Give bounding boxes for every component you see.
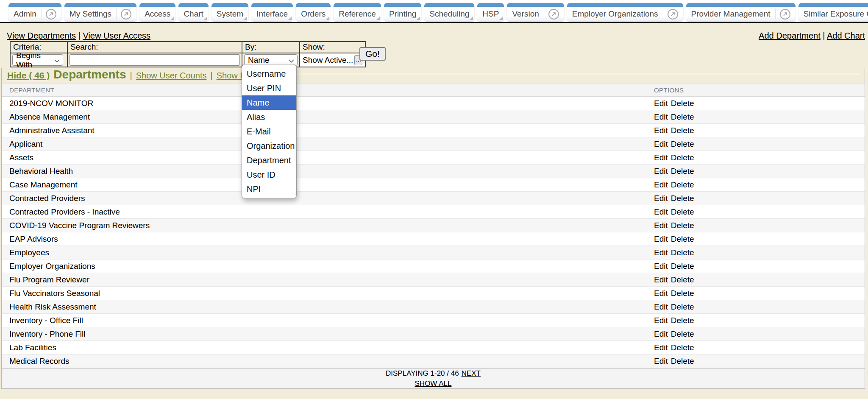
nav-tab-admin[interactable]: Admin xyxy=(8,3,61,21)
external-link-icon[interactable] xyxy=(121,9,131,20)
edit-link[interactable]: Edit xyxy=(654,126,668,135)
row-actions: EditDelete xyxy=(654,153,865,162)
table-row: Medical RecordsEditDelete xyxy=(2,354,865,368)
nav-tab-printing[interactable]: Printing xyxy=(384,3,421,21)
table-row: Employer OrganizationsEditDelete xyxy=(2,259,865,273)
table-row: Administrative AssistantEditDelete xyxy=(2,124,865,137)
nav-tab-label: Employer Organizations xyxy=(572,9,658,19)
nav-tab-hsp[interactable]: HSP xyxy=(477,3,504,21)
edit-link[interactable]: Edit xyxy=(654,343,668,352)
hide-count-link[interactable]: Hide ( 46 ) xyxy=(7,70,50,81)
nav-tab-my-settings[interactable]: My Settings xyxy=(64,3,136,21)
delete-link[interactable]: Delete xyxy=(671,234,694,244)
by-option-e-mail[interactable]: E-Mail xyxy=(242,124,296,139)
table-row: AssetsEditDelete xyxy=(2,151,865,165)
add-department-link[interactable]: Add Department xyxy=(759,31,821,40)
delete-link[interactable]: Delete xyxy=(671,221,694,230)
search-input[interactable] xyxy=(70,54,240,66)
show-active-value[interactable]: Show Active... xyxy=(303,56,353,65)
edit-link[interactable]: Edit xyxy=(654,262,668,271)
edit-link[interactable]: Edit xyxy=(654,248,668,257)
external-link-icon[interactable] xyxy=(548,9,559,20)
nav-tab-scheduling[interactable]: Scheduling xyxy=(424,3,474,21)
tab-accent-bar xyxy=(296,3,331,7)
edit-link[interactable]: Edit xyxy=(654,194,668,203)
external-link-icon[interactable] xyxy=(668,9,678,20)
nav-tab-employer-organizations[interactable]: Employer Organizations xyxy=(567,3,683,21)
delete-link[interactable]: Delete xyxy=(671,153,694,162)
delete-link[interactable]: Delete xyxy=(671,207,694,217)
edit-link[interactable]: Edit xyxy=(654,289,668,298)
edit-link[interactable]: Edit xyxy=(654,357,668,366)
delete-link[interactable]: Delete xyxy=(671,180,694,190)
nav-tab-orders[interactable]: Orders xyxy=(296,3,331,21)
criteria-select-value: Begins With xyxy=(16,51,52,70)
row-actions: EditDelete xyxy=(654,221,865,230)
edit-link[interactable]: Edit xyxy=(654,275,668,285)
edit-link[interactable]: Edit xyxy=(654,234,668,244)
nav-tab-chart[interactable]: Chart xyxy=(178,3,208,21)
delete-link[interactable]: Delete xyxy=(671,194,694,203)
edit-link[interactable]: Edit xyxy=(654,207,668,217)
chevron-down-icon xyxy=(54,56,60,65)
delete-link[interactable]: Delete xyxy=(671,140,694,149)
nav-tab-access[interactable]: Access xyxy=(139,3,175,21)
add-chart-link[interactable]: Add Chart xyxy=(827,31,865,40)
menu-corner-icon xyxy=(204,17,207,20)
edit-link[interactable]: Edit xyxy=(654,167,668,176)
nav-tab-reference[interactable]: Reference xyxy=(334,3,381,21)
criteria-select[interactable]: Begins With xyxy=(12,54,63,66)
delete-link[interactable]: Delete xyxy=(671,343,694,352)
external-link-icon[interactable] xyxy=(46,9,56,20)
nav-tab-system[interactable]: System xyxy=(211,3,248,21)
by-option-department[interactable]: Department xyxy=(242,153,296,167)
delete-link[interactable]: Delete xyxy=(671,248,694,257)
edit-link[interactable]: Edit xyxy=(654,221,668,230)
by-option-user-pin[interactable]: User PIN xyxy=(242,81,296,95)
nav-tab-version[interactable]: Version xyxy=(507,3,564,21)
by-option-username[interactable]: Username xyxy=(242,67,296,81)
by-option-organization[interactable]: Organization xyxy=(242,139,296,153)
delete-link[interactable]: Delete xyxy=(671,275,694,285)
edit-link[interactable]: Edit xyxy=(654,112,668,122)
delete-link[interactable]: Delete xyxy=(671,112,694,122)
edit-link[interactable]: Edit xyxy=(654,329,668,339)
row-actions: EditDelete xyxy=(654,275,865,285)
menu-corner-icon xyxy=(376,17,380,20)
next-page-link[interactable]: NEXT xyxy=(462,369,481,378)
edit-link[interactable]: Edit xyxy=(654,153,668,162)
view-departments-link[interactable]: View Departments xyxy=(7,31,76,40)
edit-link[interactable]: Edit xyxy=(654,140,668,149)
edit-link[interactable]: Edit xyxy=(654,180,668,190)
by-option-npi[interactable]: NPI xyxy=(242,182,296,196)
nav-tab-interface[interactable]: Interface xyxy=(251,3,293,21)
view-user-access-link[interactable]: View User Access xyxy=(83,31,150,40)
edit-link[interactable]: Edit xyxy=(654,99,668,108)
delete-link[interactable]: Delete xyxy=(671,289,694,298)
delete-link[interactable]: Delete xyxy=(671,329,694,339)
delete-link[interactable]: Delete xyxy=(671,316,694,325)
row-actions: EditDelete xyxy=(654,357,865,366)
delete-link[interactable]: Delete xyxy=(671,262,694,271)
nav-tab-similar-exposure-groups-segs[interactable]: Similar Exposure Groups (SEGs) xyxy=(798,3,868,21)
tab-accent-bar xyxy=(211,3,248,7)
edit-link[interactable]: Edit xyxy=(654,302,668,312)
by-option-user-id[interactable]: User ID xyxy=(242,167,296,182)
delete-link[interactable]: Delete xyxy=(671,167,694,176)
delete-link[interactable]: Delete xyxy=(671,302,694,312)
by-option-name[interactable]: Name xyxy=(242,95,296,110)
edit-link[interactable]: Edit xyxy=(654,316,668,325)
heading-separator: | xyxy=(130,71,132,81)
delete-link[interactable]: Delete xyxy=(671,357,694,366)
delete-link[interactable]: Delete xyxy=(671,99,694,108)
show-user-counts-link[interactable]: Show User Counts xyxy=(136,71,207,81)
column-header-department[interactable]: DEPARTMENT xyxy=(9,86,54,94)
show-all-link[interactable]: SHOW ALL xyxy=(415,379,452,388)
external-link-icon[interactable] xyxy=(780,9,790,20)
tab-accent-bar xyxy=(8,3,61,7)
by-option-alias[interactable]: Alias xyxy=(242,110,296,124)
go-button[interactable]: Go! xyxy=(359,47,386,61)
table-row: Inventory - Phone FillEditDelete xyxy=(2,327,865,341)
delete-link[interactable]: Delete xyxy=(671,126,694,135)
nav-tab-provider-management[interactable]: Provider Management xyxy=(686,3,796,21)
